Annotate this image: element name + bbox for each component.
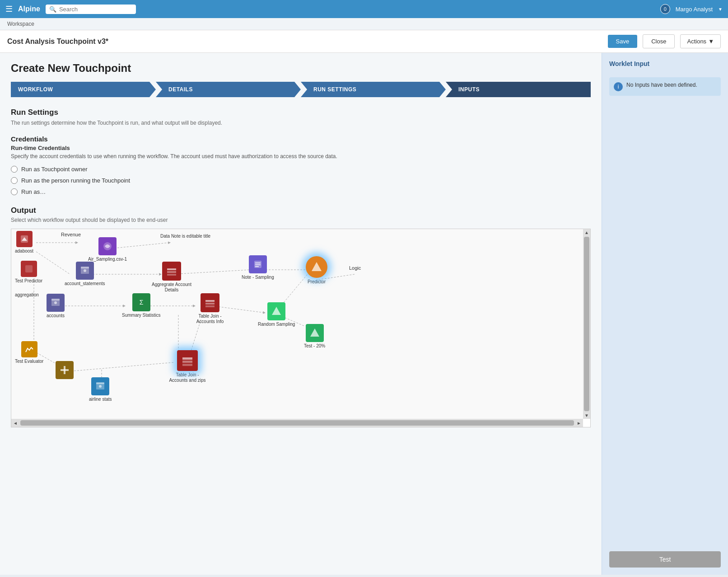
svg-rect-26 [167, 271, 176, 273]
svg-rect-23 [81, 267, 89, 268]
left-panel: Create New Touchpoint WORKFLOW DETAILS R… [0, 53, 602, 575]
node-label: airline stats [89, 397, 112, 402]
node-account-statements[interactable]: account_statements [65, 262, 105, 286]
node-test-20[interactable]: Test - 20% [304, 324, 325, 349]
radio-touchpoint-owner-input[interactable] [11, 166, 18, 173]
node-label: Table Join - Accounts Info [190, 314, 230, 324]
notification-badge[interactable]: 0 [660, 4, 670, 14]
node-revenue-label: Revenue [61, 232, 81, 237]
node-predictor[interactable]: Predictor [306, 256, 327, 285]
step-run-settings[interactable]: RUN SETTINGS [301, 82, 446, 97]
step-inputs[interactable]: INPUTS [446, 82, 591, 97]
svg-rect-46 [182, 364, 192, 366]
svg-rect-21 [25, 265, 33, 272]
node-note-sampling[interactable]: Note - Sampling [242, 255, 274, 280]
node-label: Summary Statistics [122, 313, 161, 318]
node-test-predictor[interactable]: Test Predictor [15, 261, 42, 284]
info-icon: i [614, 82, 623, 91]
scroll-left-arrow[interactable]: ◄ [12, 420, 19, 427]
worklet-info-text: No Inputs have been defined. [626, 82, 697, 88]
step-workflow[interactable]: WORKFLOW [11, 82, 156, 97]
search-icon: 🔍 [49, 6, 56, 13]
run-settings-section: Run Settings The run settings determine … [11, 108, 591, 126]
scroll-right-arrow[interactable]: ► [576, 420, 582, 427]
step-details[interactable]: DETAILS [156, 82, 301, 97]
credentials-description: Specify the account credentials to use w… [11, 153, 591, 159]
node-air-sampling[interactable]: Air_Sampling.csv-1 [88, 237, 127, 262]
svg-line-14 [68, 362, 174, 371]
radio-touchpoint-owner[interactable]: Run as Touchpoint owner [11, 166, 591, 173]
radio-touchpoint-owner-label: Run as Touchpoint owner [21, 166, 87, 173]
output-description: Select which workflow output should be d… [11, 217, 591, 223]
close-button[interactable]: Close [643, 34, 675, 48]
canvas-scrollbar-h[interactable]: ◄ ► [11, 419, 583, 427]
right-panel: Worklet Input i No Inputs have been defi… [602, 53, 728, 575]
search-box[interactable]: 🔍 [46, 5, 136, 14]
workflow-canvas[interactable]: adaboost Revenue Air_Sampling.csv-1 [11, 229, 583, 419]
node-label: account_statements [65, 281, 105, 286]
node-accounts[interactable]: accounts [47, 294, 65, 319]
svg-marker-32 [312, 262, 322, 271]
node-label: Test - 20% [304, 343, 325, 349]
svg-rect-27 [167, 274, 176, 276]
node-label: Test Predictor [15, 278, 42, 284]
stepper: WORKFLOW DETAILS RUN SETTINGS INPUTS [11, 82, 591, 97]
user-dropdown-arrow[interactable]: ▼ [718, 7, 723, 12]
svg-marker-41 [310, 328, 319, 337]
scroll-down-arrow[interactable]: ▼ [583, 412, 590, 419]
workflow-canvas-container[interactable]: adaboost Revenue Air_Sampling.csv-1 [11, 229, 591, 427]
node-label: accounts [47, 313, 65, 319]
node-aggregate-account[interactable]: Aggregrate Account Details [151, 262, 192, 293]
svg-rect-38 [205, 303, 215, 305]
node-summary-statistics[interactable]: Σ Summary Statistics [122, 293, 161, 318]
radio-run-as[interactable]: Run as… [11, 188, 591, 195]
app-title: Alpine [18, 5, 40, 13]
node-table-join-accounts-info[interactable]: Table Join - Accounts Info [190, 293, 230, 324]
node-label: Aggregrate Account Details [151, 282, 192, 293]
hamburger-icon[interactable]: ☰ [5, 4, 13, 14]
worklet-input-title: Worklet Input [609, 60, 721, 67]
main-layout: Create New Touchpoint WORKFLOW DETAILS R… [0, 53, 728, 575]
svg-rect-25 [167, 268, 176, 270]
node-adaboost[interactable]: adaboost [15, 231, 33, 254]
svg-rect-39 [205, 305, 215, 307]
node-label: Note - Sampling [242, 275, 274, 280]
node-cross[interactable] [56, 361, 74, 380]
top-nav: ☰ Alpine 🔍 0 Margo Analyst ▼ [0, 0, 728, 18]
subheader: Cost Analysis Touchpoint v3* Save Close … [0, 30, 728, 53]
output-section: Output Select which workflow output shou… [11, 206, 591, 427]
scroll-up-arrow[interactable]: ▲ [583, 229, 590, 236]
node-table-join-zips[interactable]: Table Join - Accounts and zips [167, 350, 208, 383]
save-button[interactable]: Save [608, 35, 638, 48]
actions-button[interactable]: Actions ▼ [680, 34, 721, 48]
search-input[interactable] [59, 6, 122, 13]
node-airline-stats[interactable]: airline stats [89, 377, 112, 402]
radio-run-as-input[interactable] [11, 188, 18, 195]
node-test-evaluator[interactable]: Test Evaluator [15, 341, 43, 364]
radio-person-running[interactable]: Run as the person running the Touchpoint [11, 177, 591, 184]
svg-text:Σ: Σ [139, 299, 143, 306]
scroll-thumb-h[interactable] [20, 420, 574, 426]
node-label: Random Sampling [258, 322, 295, 327]
canvas-inner: adaboost Revenue Air_Sampling.csv-1 [11, 229, 583, 419]
run-settings-description: The run settings determine how the Touch… [11, 120, 591, 126]
radio-person-running-input[interactable] [11, 177, 18, 184]
canvas-scrollbar-v[interactable]: ▲ ▼ [583, 229, 590, 419]
node-data-note-label: Data Note is editable title [160, 234, 210, 239]
svg-rect-48 [96, 382, 104, 384]
node-label: adaboost [15, 249, 33, 254]
svg-rect-43 [61, 369, 69, 371]
svg-point-35 [54, 301, 57, 304]
scroll-thumb-v[interactable] [584, 237, 589, 411]
node-random-sampling[interactable]: Random Sampling [258, 302, 295, 327]
node-label: Test Evaluator [15, 359, 43, 364]
page-document-title: Cost Analysis Touchpoint v3* [7, 38, 602, 46]
credentials-radio-group: Run as Touchpoint owner Run as the perso… [11, 166, 591, 195]
user-name: Margo Analyst [676, 6, 713, 13]
radio-person-running-label: Run as the person running the Touchpoint [21, 177, 130, 184]
node-logic-label: Logic [349, 265, 361, 271]
test-button[interactable]: Test [609, 551, 721, 568]
svg-marker-40 [272, 307, 281, 315]
node-label: Table Join - Accounts and zips [167, 372, 208, 383]
svg-rect-45 [182, 361, 192, 363]
